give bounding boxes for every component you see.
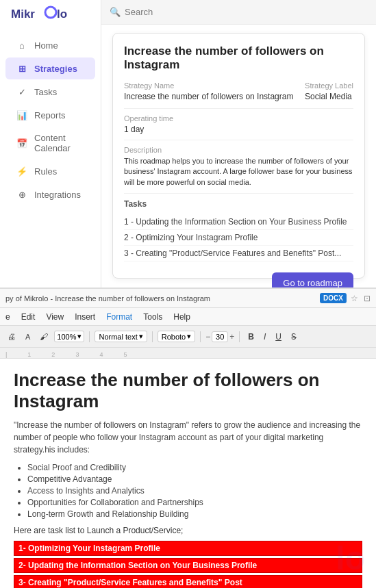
zoom-select[interactable]: 100% ▾ [54, 331, 84, 342]
format-value: Normal text [99, 333, 137, 341]
search-bar: 🔍 [101, 0, 376, 25]
tasks-section: Tasks 1 - Updating the Information Secti… [124, 199, 353, 261]
search-icon: 🔍 [110, 7, 121, 17]
highlighted-task-3: 3- Creating "Product/Service Features an… [14, 575, 362, 588]
task-item-2: 2 - Optimizing Your Instagram Profile [124, 230, 353, 246]
spell-check-button[interactable]: A [22, 331, 34, 342]
divider-1 [124, 108, 353, 109]
svg-text:Mikr: Mikr [11, 8, 35, 21]
search-input[interactable] [125, 7, 368, 17]
description-value: This roadmap helps you to increase the n… [124, 156, 353, 188]
font-select[interactable]: Roboto ▾ [158, 331, 195, 342]
zoom-value: 100% [57, 333, 76, 341]
divider-2 [124, 140, 353, 140]
separator-2 [152, 331, 153, 342]
strategy-name-label: Strategy Name [124, 81, 293, 90]
menu-item-format[interactable]: Format [106, 312, 132, 322]
doc-toolbar: 🖨 A 🖌 100% ▾ Normal text ▾ Roboto ▾ − 30… [0, 326, 376, 348]
format-chevron: ▾ [139, 332, 143, 341]
operating-time-value: 1 day [124, 125, 353, 134]
doc-menubar: e Edit View Insert Format Tools Help [0, 308, 376, 326]
rules-icon: ⚡ [16, 166, 27, 177]
title-icons: ☆ ⊡ [351, 294, 371, 303]
strategy-label-value: Social Media [305, 92, 353, 101]
docx-badge: DOCX [320, 293, 347, 303]
strategies-icon: ⊞ [16, 63, 27, 74]
font-size-increase[interactable]: + [229, 332, 234, 342]
font-value: Roboto [162, 333, 186, 341]
sidebar-item-strategies[interactable]: ⊞ Strategies [5, 57, 95, 79]
home-icon: ⌂ [16, 40, 27, 51]
bold-button[interactable]: B [245, 331, 258, 343]
doc-titlebar: py of Mikrolo - Increase the number of f… [0, 289, 376, 308]
sidebar-item-reports-label: Reports [34, 110, 66, 120]
underline-button[interactable]: U [272, 331, 285, 343]
sidebar-item-tasks-label: Tasks [34, 87, 57, 97]
doc-title: py of Mikrolo - Increase the number of f… [5, 294, 316, 303]
strategy-card: Increase the number of followers on Inst… [112, 33, 365, 279]
separator-1 [89, 331, 90, 342]
sidebar-item-content-calendar[interactable]: 📅 Content Calendar [5, 127, 95, 159]
strategy-card-title: Increase the number of followers on Inst… [124, 44, 353, 72]
logo: Mikr lo [0, 0, 101, 27]
tasks-icon: ✓ [16, 86, 27, 97]
ruler: |12345 [0, 348, 376, 359]
menu-item-view[interactable]: View [46, 312, 64, 322]
menu-item-insert[interactable]: Insert [75, 312, 95, 322]
expand-icon[interactable]: ⊡ [364, 294, 371, 303]
separator-3 [200, 331, 201, 342]
sidebar-item-integrations-label: Integrations [34, 190, 81, 200]
tasks-label: Tasks [124, 199, 353, 209]
italic-button[interactable]: I [260, 331, 269, 343]
calendar-icon: 📅 [16, 138, 27, 149]
menu-item-file[interactable]: e [5, 312, 10, 322]
bullet-4: Opportunities for Collaboration and Part… [27, 498, 362, 507]
sidebar-item-home-label: Home [34, 40, 58, 51]
sidebar-item-tasks[interactable]: ✓ Tasks [5, 81, 95, 103]
task-item-1: 1 - Updating the Information Section on … [124, 214, 353, 230]
strategy-label-group: Strategy Label Social Media [305, 81, 353, 101]
bullet-1: Social Proof and Credibility [27, 463, 362, 472]
font-chevron: ▾ [187, 332, 191, 341]
doc-heading: Increase the number of followers on Inst… [14, 370, 362, 412]
sidebar-item-reports[interactable]: 📊 Reports [5, 104, 95, 126]
strategy-meta: Strategy Name Increase the number of fol… [124, 81, 353, 101]
font-size-value[interactable]: 30 [212, 331, 228, 342]
separator-4 [239, 331, 240, 342]
menu-item-tools[interactable]: Tools [143, 312, 162, 322]
format-select[interactable]: Normal text ▾ [95, 331, 147, 342]
bullet-5: Long-term Growth and Relationship Buildi… [27, 509, 362, 519]
doc-body-text: "Increase the number of followers on Ins… [14, 419, 362, 456]
menu-item-help[interactable]: Help [173, 312, 190, 322]
sidebar-item-rules-label: Rules [34, 166, 57, 177]
menu-item-edit[interactable]: Edit [21, 312, 36, 322]
divider-3 [124, 193, 353, 194]
doc-content: Increase the number of followers on Inst… [0, 359, 376, 588]
strategy-name-value: Increase the number of followers on Inst… [124, 92, 293, 101]
doc-bullet-list: Social Proof and Credibility Competitive… [27, 463, 362, 519]
bullet-2: Competitive Advantage [27, 474, 362, 484]
font-size-decrease[interactable]: − [205, 332, 210, 342]
integrations-icon: ⊕ [16, 189, 27, 200]
star-icon[interactable]: ☆ [351, 294, 358, 303]
strategy-name-group: Strategy Name Increase the number of fol… [124, 81, 293, 101]
sidebar-item-integrations[interactable]: ⊕ Integrations [5, 183, 95, 205]
description-label: Description [124, 146, 353, 154]
svg-point-1 [45, 7, 56, 18]
task-list-label: Here are task list to Launch a Product/S… [14, 526, 362, 535]
strikethrough-button[interactable]: S̶ [288, 331, 300, 343]
operating-time-label: Operating time [124, 114, 353, 123]
reports-icon: 📊 [16, 110, 27, 120]
font-size-area: − 30 + [205, 331, 234, 342]
bullet-3: Access to Insights and Analytics [27, 486, 362, 496]
sidebar-item-home[interactable]: ⌂ Home [5, 34, 95, 56]
print-button[interactable]: 🖨 [4, 331, 19, 343]
paint-format-button[interactable]: 🖌 [36, 331, 51, 343]
zoom-chevron: ▾ [77, 332, 82, 341]
description-group: Description This roadmap helps you to in… [124, 146, 353, 188]
sidebar-item-rules[interactable]: ⚡ Rules [5, 160, 95, 182]
sidebar-item-strategies-label: Strategies [34, 64, 77, 74]
highlighted-task-1: 1- Optimizing Your Instagram Profile [14, 541, 362, 556]
sidebar-item-content-calendar-label: Content Calendar [34, 133, 84, 153]
highlighted-task-2: 2- Updating the Information Section on Y… [14, 558, 362, 573]
